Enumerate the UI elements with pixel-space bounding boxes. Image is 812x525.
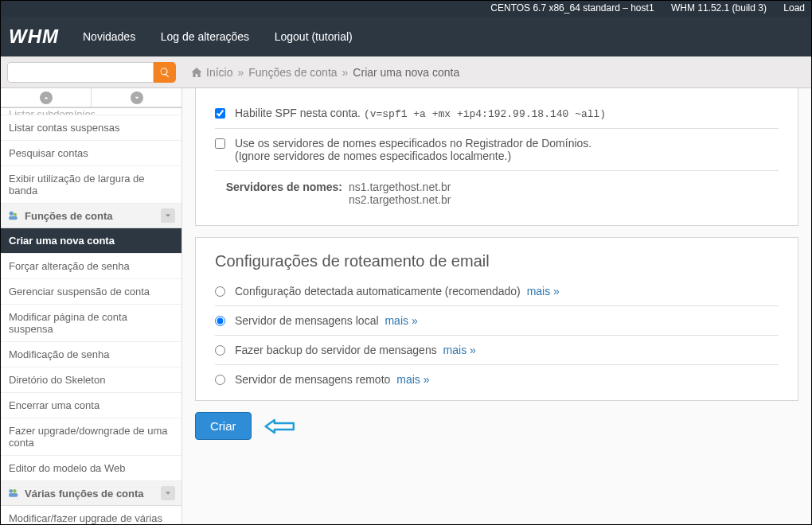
- spf-label: Habilite SPF nesta conta. (v=spf1 +a +mx…: [235, 107, 606, 120]
- whm-version: WHM 11.52.1 (build 3): [671, 2, 767, 14]
- ns1-value: ns1.targethost.net.br: [349, 181, 451, 193]
- sidebar-item[interactable]: Pesquisar contas: [1, 141, 182, 166]
- mail-opt-local: Servidor de mensagens local mais »: [215, 306, 779, 336]
- mail-radio-local[interactable]: [215, 316, 225, 326]
- more-link[interactable]: mais »: [443, 344, 476, 356]
- sidebar-heading-account-functions[interactable]: Funções de conta: [1, 204, 182, 228]
- registrar-ns-checkbox[interactable]: [215, 138, 225, 149]
- sidebar-item[interactable]: Forçar alteração de senha: [1, 254, 182, 279]
- breadcrumb-section[interactable]: Funções de conta: [248, 66, 337, 79]
- option-label: Configuração detectada automaticamente (…: [235, 285, 521, 298]
- load-indicator[interactable]: Load: [783, 2, 805, 14]
- panel-title: Configurações de roteamento de email: [215, 252, 779, 270]
- search-input[interactable]: [7, 62, 154, 83]
- home-icon: [190, 66, 203, 79]
- os-info: CENTOS 6.7 x86_64 standard – host1: [490, 2, 654, 14]
- text: SPF: [275, 107, 297, 119]
- option-label: Servidor de mensagens local: [235, 314, 379, 327]
- sidebar-heading-multi-account[interactable]: Várias funções de conta: [1, 481, 182, 506]
- spf-checkbox[interactable]: [215, 108, 225, 119]
- registrar-ns-row: Use os servidores de nomes especificados…: [215, 129, 779, 171]
- registrar-ns-label: Use os servidores de nomes especificados…: [235, 137, 591, 162]
- chevron-down-icon: [161, 486, 175, 500]
- text: (Ignore servidores de nomes especificado…: [235, 150, 511, 162]
- sidebar-collapse-down[interactable]: [92, 88, 182, 107]
- sidebar-item[interactable]: Gerenciar suspensão de conta: [1, 279, 182, 305]
- more-link[interactable]: mais »: [527, 285, 560, 298]
- main-header: WHM Novidades Log de alterações Logout (…: [1, 17, 811, 56]
- search-button[interactable]: [154, 62, 176, 83]
- sidebar-item[interactable]: Modificar/fazer upgrade de várias contas: [1, 506, 182, 525]
- breadcrumb-home[interactable]: Início: [206, 66, 232, 79]
- mail-opt-auto: Configuração detectada automaticamente (…: [215, 277, 779, 306]
- nameservers-label: Servidores de nomes:: [215, 181, 342, 206]
- sidebar-item[interactable]: Diretório do Skeleton: [1, 368, 182, 393]
- spf-option-row: Habilite SPF nesta conta. (v=spf1 +a +mx…: [215, 99, 779, 129]
- pointer-arrow-icon: [264, 418, 296, 435]
- svg-point-4: [13, 489, 17, 493]
- sidebar-arrow-controls: [1, 88, 182, 107]
- option-label: Fazer backup do servidor de mensagens: [235, 344, 437, 356]
- sidebar-heading-label: Funções de conta: [25, 210, 113, 222]
- sidebar-item[interactable]: Listar subdomínios: [1, 107, 182, 115]
- svg-point-1: [14, 213, 17, 216]
- users-icon: [7, 209, 20, 222]
- search-wrap: [1, 57, 182, 88]
- breadcrumb-sep: »: [342, 66, 349, 79]
- text: Habilite: [235, 107, 275, 119]
- mail-radio-backup[interactable]: [215, 345, 225, 356]
- content-area: Habilite SPF nesta conta. (v=spf1 +a +mx…: [182, 88, 811, 525]
- more-link[interactable]: mais »: [385, 314, 417, 327]
- option-label: Servidor de mensagens remoto: [235, 373, 390, 386]
- chevron-down-icon: [133, 94, 141, 102]
- spf-value: (v=spf1 +a +mx +ip4:192.99.18.140 ~all): [364, 108, 606, 120]
- sidebar-item[interactable]: Modificar página de conta suspensa: [1, 305, 182, 342]
- main-area: Listar subdomínios Listar contas suspens…: [1, 88, 811, 525]
- breadcrumb: Início » Funções de conta » Criar uma no…: [182, 66, 459, 79]
- sidebar-item[interactable]: Encerrar uma conta: [1, 393, 182, 418]
- sidebar[interactable]: Listar subdomínios Listar contas suspens…: [1, 88, 182, 525]
- more-link[interactable]: mais »: [396, 373, 429, 386]
- svg-point-3: [9, 489, 13, 493]
- sidebar-heading-label: Várias funções de conta: [25, 488, 144, 500]
- mail-radio-remote[interactable]: [215, 375, 225, 385]
- top-nav: Novidades Log de alterações Logout (tuto…: [83, 30, 375, 43]
- chevron-up-icon: [42, 94, 50, 102]
- mail-radio-auto[interactable]: [215, 286, 225, 297]
- svg-rect-5: [9, 493, 18, 497]
- mail-opt-remote: Servidor de mensagens remoto mais »: [215, 365, 779, 394]
- breadcrumb-bar: Início » Funções de conta » Criar uma no…: [1, 56, 811, 88]
- chevron-down-icon: [161, 208, 175, 223]
- users-multi-icon: [7, 487, 20, 500]
- svg-rect-2: [9, 216, 18, 220]
- text: nesta conta.: [297, 107, 364, 119]
- nav-changelog[interactable]: Log de alterações: [161, 30, 249, 43]
- sidebar-item[interactable]: Exibir utilização de largura de banda: [1, 166, 182, 204]
- dns-settings-panel: Habilite SPF nesta conta. (v=spf1 +a +mx…: [195, 88, 798, 226]
- nav-news[interactable]: Novidades: [83, 30, 135, 43]
- sidebar-item[interactable]: Fazer upgrade/downgrade de uma conta: [1, 418, 182, 456]
- text: Use os servidores de nomes especificados…: [235, 137, 591, 150]
- top-status-bar: CENTOS 6.7 x86_64 standard – host1 WHM 1…: [1, 1, 811, 17]
- mail-routing-panel: Configurações de roteamento de email Con…: [195, 237, 798, 401]
- ns2-value: ns2.targethost.net.br: [349, 193, 451, 206]
- nav-logout[interactable]: Logout (tutorial): [275, 30, 353, 43]
- sidebar-item[interactable]: Listar contas suspensas: [1, 115, 182, 141]
- nameservers-values: ns1.targethost.net.br ns2.targethost.net…: [349, 181, 451, 206]
- search-icon: [159, 67, 170, 78]
- sidebar-item[interactable]: Editor do modelo da Web: [1, 456, 182, 481]
- mail-opt-backup: Fazer backup do servidor de mensagens ma…: [215, 336, 779, 365]
- create-button[interactable]: Criar: [195, 412, 252, 440]
- sidebar-item[interactable]: Modificação de senha: [1, 342, 182, 368]
- breadcrumb-current: Criar uma nova conta: [353, 66, 459, 79]
- whm-logo: WHM: [9, 25, 59, 48]
- svg-point-0: [10, 212, 14, 216]
- submit-row: Criar: [195, 412, 798, 440]
- nameservers-row: Servidores de nomes: ns1.targethost.net.…: [215, 171, 779, 219]
- breadcrumb-sep: »: [237, 66, 244, 79]
- sidebar-collapse-up[interactable]: [1, 88, 92, 107]
- sidebar-item-create-account[interactable]: Criar uma nova conta: [1, 228, 182, 254]
